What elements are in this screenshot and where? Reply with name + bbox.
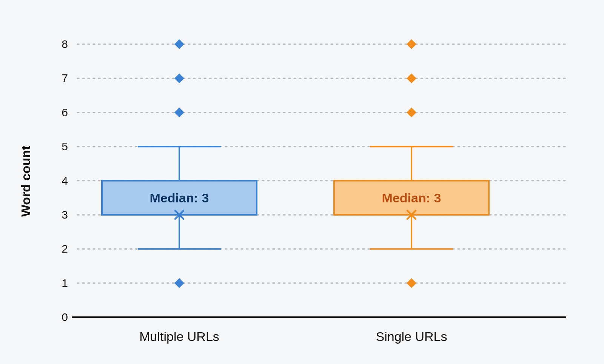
- chart-svg: [0, 0, 604, 364]
- outlier-marker: [174, 39, 184, 49]
- y-tick-label: 2: [45, 242, 68, 255]
- median-label: Median: 3: [150, 190, 209, 205]
- outlier-marker: [407, 278, 416, 288]
- y-tick-label: 4: [45, 174, 68, 187]
- x-category-label: Single URLs: [376, 329, 447, 344]
- x-category-label: Multiple URLs: [139, 329, 219, 344]
- y-tick-label: 6: [45, 106, 68, 119]
- y-axis-label: Word count: [18, 146, 33, 217]
- outlier-marker: [407, 39, 416, 49]
- y-tick-label: 1: [45, 277, 68, 290]
- outlier-marker: [174, 108, 184, 117]
- y-tick-label: 3: [45, 208, 68, 221]
- y-tick-label: 7: [45, 72, 68, 85]
- outlier-marker: [174, 278, 184, 288]
- outlier-marker: [407, 73, 416, 83]
- outlier-marker: [407, 108, 416, 117]
- boxplot-chart: Word count 012345678Median: 3Multiple UR…: [0, 0, 604, 364]
- boxplot-series: [334, 39, 489, 288]
- outlier-marker: [174, 73, 184, 83]
- boxplot-series: [102, 39, 257, 288]
- y-tick-label: 8: [45, 38, 68, 51]
- y-tick-label: 0: [45, 311, 68, 324]
- median-label: Median: 3: [382, 190, 441, 205]
- y-tick-label: 5: [45, 140, 68, 153]
